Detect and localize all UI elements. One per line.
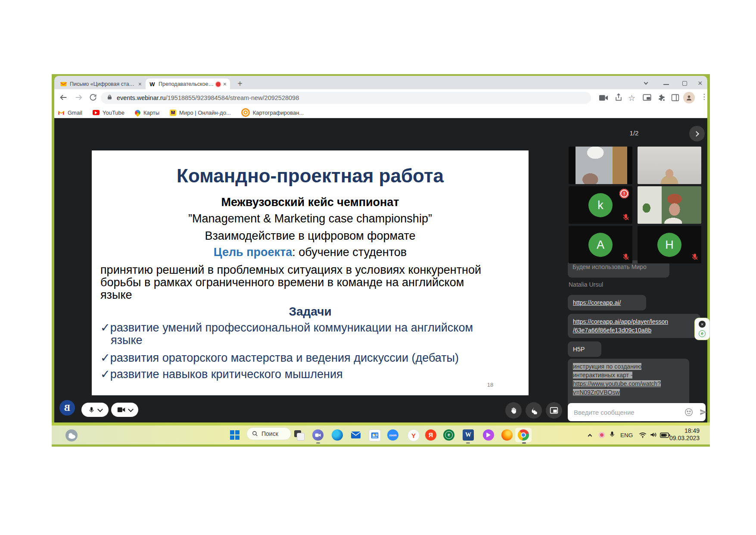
taskbar-clock[interactable]: 18:49 09.03.2023 <box>669 427 700 442</box>
weather-icon[interactable] <box>65 429 78 441</box>
extensions-puzzle-icon[interactable] <box>657 94 666 103</box>
chevron-right-icon <box>694 131 699 137</box>
word-icon[interactable]: W <box>463 429 474 441</box>
participant-video-man[interactable] <box>569 147 632 184</box>
eset-close-icon[interactable]: × <box>699 321 706 328</box>
slide-title: Командно-проектная работа <box>92 165 529 187</box>
participant-video-redhead-woman[interactable] <box>638 186 701 224</box>
kebab-menu-icon[interactable]: ⋮ <box>700 92 708 101</box>
bookmark-miro[interactable]: M Миро | Онлайн-до... <box>170 110 231 116</box>
chat-link[interactable]: https://coreapp.ai/app/player/lesson /63… <box>573 318 668 334</box>
participant-avatar-h[interactable]: H <box>638 226 701 263</box>
screen-share-icon <box>550 407 558 414</box>
eset-app-icon[interactable]: e <box>443 429 454 441</box>
chat-message-link[interactable]: https://coreapp.ai/ <box>568 295 646 310</box>
slide-goal-line: Цель проекта: обучение студентов <box>92 246 529 259</box>
chevron-down-icon[interactable] <box>97 407 103 412</box>
maximize-icon[interactable] <box>682 81 687 86</box>
recording-indicator-icon <box>216 82 221 87</box>
taskbar-search[interactable]: Поиск <box>246 427 291 440</box>
chat-message-instruction[interactable]: инструкция по созданию интерактивных кар… <box>568 359 689 407</box>
participant-video-blonde-woman[interactable] <box>638 147 701 184</box>
muted-mic-icon <box>622 253 630 261</box>
close-icon[interactable]: × <box>223 81 227 87</box>
chevron-down-icon[interactable] <box>128 407 134 412</box>
media-app-icon[interactable] <box>369 429 381 441</box>
tab-webinar[interactable]: W Преподавательское мастер × <box>146 78 230 90</box>
task-item-3: ✓развитие навыков критического мышления <box>100 367 343 381</box>
screen-share-button[interactable] <box>546 402 562 419</box>
bookmark-label: YouTube <box>103 110 124 116</box>
chat-message-h5p: H5P <box>568 341 601 357</box>
hand-icon <box>509 406 518 415</box>
slide-page-number: 18 <box>482 382 499 388</box>
wifi-icon[interactable] <box>638 431 647 440</box>
screenshot-canvas: Письмо «Цифровая стажировка × W Преподав… <box>0 0 756 535</box>
start-button[interactable] <box>230 430 240 440</box>
volume-icon[interactable] <box>650 431 658 440</box>
address-bar[interactable]: events.webinar.ru/19518855/923984584/str… <box>101 92 591 104</box>
chrome-icon[interactable] <box>518 429 529 441</box>
zoom-icon[interactable]: zoom <box>387 429 398 441</box>
tab-camera-indicator-icon[interactable] <box>599 94 608 103</box>
chat-app-icon[interactable] <box>312 429 324 441</box>
reload-icon[interactable] <box>89 93 97 103</box>
camera-icon <box>117 407 125 413</box>
url-domain: events.webinar.ru <box>117 94 166 101</box>
send-icon[interactable] <box>699 408 708 418</box>
sidebar-icon[interactable] <box>671 94 679 103</box>
chat-link[interactable]: https://coreapp.ai/ <box>573 299 621 306</box>
mic-button[interactable] <box>81 403 109 417</box>
open-app-indicator <box>522 442 526 444</box>
participant-avatar-k[interactable]: k ! <box>569 186 632 224</box>
profile-avatar[interactable] <box>683 92 695 103</box>
emoji-icon[interactable] <box>684 407 694 419</box>
minimize-icon[interactable] <box>663 84 669 85</box>
gmail-icon <box>58 110 65 115</box>
picture-in-picture-icon[interactable] <box>643 94 651 103</box>
close-window-icon[interactable]: × <box>698 79 703 88</box>
close-icon[interactable]: × <box>138 81 142 87</box>
yandex-browser-icon[interactable]: Y <box>408 429 420 441</box>
avatar: H <box>657 233 681 257</box>
maps-pin-icon <box>134 109 141 116</box>
camera-button[interactable] <box>111 403 138 417</box>
bookmark-gmail[interactable]: Gmail <box>58 110 82 116</box>
muted-mic-icon <box>691 253 699 261</box>
presentation-slide: Командно-проектная работа Межвузовский к… <box>92 150 529 395</box>
edge-icon[interactable] <box>332 429 343 441</box>
reactions-fire-button[interactable] <box>526 402 542 419</box>
share-icon[interactable] <box>614 93 623 103</box>
yandex-icon[interactable]: Я <box>425 429 436 441</box>
bookmark-youtube[interactable]: YouTube <box>93 110 124 116</box>
chat-link[interactable]: https://www.youtube.com/watch? <box>573 380 661 387</box>
participant-avatar-a[interactable]: A <box>569 226 632 263</box>
tray-app-icon[interactable] <box>599 432 605 438</box>
slide-paragraph: принятию решений в проблемных ситуациях … <box>100 264 523 301</box>
new-tab-button[interactable]: + <box>236 79 244 88</box>
bookmark-kartograph[interactable]: Картографирован... <box>241 108 304 117</box>
next-slide-button[interactable] <box>689 126 705 141</box>
tray-mic-icon[interactable] <box>609 431 615 440</box>
search-label: Поиск <box>261 430 278 437</box>
back-icon[interactable] <box>59 93 68 104</box>
tab-gmail-letter[interactable]: Письмо «Цифровая стажировка × <box>57 78 145 90</box>
forward-icon[interactable] <box>74 93 84 104</box>
mail-icon[interactable] <box>350 429 361 441</box>
chat-message-link[interactable]: https://coreapp.ai/app/player/lesson /63… <box>568 314 700 338</box>
slide-pagination: 1/2 <box>624 129 644 137</box>
alisa-icon[interactable] <box>483 429 494 441</box>
goal-label: Цель проекта <box>214 246 292 259</box>
bookmark-star-icon[interactable]: ☆ <box>628 93 635 103</box>
chat-link[interactable]: v=N09Zr0VBOsw <box>573 389 620 396</box>
eset-overlay-widget[interactable]: × e <box>694 318 710 340</box>
raise-hand-button[interactable] <box>505 402 522 419</box>
slide-line2: ”Management & Marketing case championshi… <box>92 212 529 225</box>
task-view-icon[interactable] <box>293 429 305 441</box>
tab-label: Письмо «Цифровая стажировка <box>70 81 136 87</box>
bookmark-label: Gmail <box>68 110 82 116</box>
firefox-icon[interactable] <box>501 429 513 441</box>
language-indicator[interactable]: ENG <box>620 432 633 438</box>
bookmark-maps[interactable]: Карты <box>135 110 159 116</box>
bookmarks-list: Gmail YouTube Карты M Миро | Онлайн-до..… <box>58 108 314 117</box>
